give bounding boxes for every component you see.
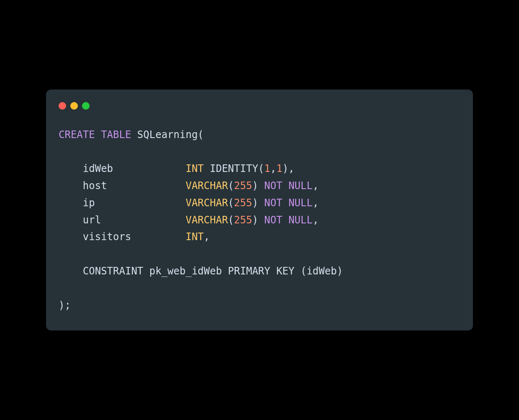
- end-2: ,: [313, 197, 319, 209]
- null-1: NULL: [288, 180, 313, 192]
- pad-2: [95, 197, 186, 209]
- code-block: CREATE TABLE SQLearning( idWeb INT IDENT…: [59, 126, 460, 314]
- open-2: (: [228, 197, 234, 209]
- col-type-3: VARCHAR: [185, 214, 228, 226]
- open-3: (: [228, 214, 234, 226]
- maximize-dot-icon: [82, 102, 90, 110]
- null-2: NULL: [288, 197, 313, 209]
- close-2: ): [252, 197, 264, 209]
- pad-3: [101, 214, 185, 226]
- num-1b: 1: [276, 163, 282, 174]
- col-name-1: host: [83, 180, 107, 192]
- identity-text: IDENTITY(: [204, 163, 265, 174]
- closing: );: [59, 300, 71, 311]
- pad-1: [107, 180, 186, 192]
- close-1: ): [252, 180, 264, 192]
- col-name-0: idWeb: [83, 163, 113, 174]
- close-0: ),: [283, 163, 295, 174]
- num-1a: 1: [264, 163, 270, 174]
- col-name-4: visitors: [83, 231, 131, 243]
- keyword-table: TABLE: [101, 129, 131, 141]
- pad-4: [131, 231, 185, 243]
- col-type-1: VARCHAR: [185, 180, 228, 192]
- table-name: SQLearning(: [137, 129, 204, 141]
- num-2: 255: [234, 197, 252, 209]
- comma-0: ,: [270, 163, 276, 174]
- pad-0: [113, 163, 185, 174]
- col-name-3: url: [83, 214, 101, 226]
- col-type-0: INT: [185, 163, 203, 174]
- not-1: NOT: [264, 180, 282, 192]
- num-1: 255: [234, 180, 252, 192]
- keyword-create: CREATE: [59, 129, 95, 141]
- code-window: CREATE TABLE SQLearning( idWeb INT IDENT…: [46, 90, 473, 331]
- end-1: ,: [313, 180, 319, 192]
- end-4: ,: [204, 231, 210, 243]
- not-2: NOT: [264, 197, 282, 209]
- close-3: ): [252, 214, 264, 226]
- null-3: NULL: [288, 214, 313, 226]
- col-name-2: ip: [83, 197, 95, 209]
- minimize-dot-icon: [70, 102, 78, 110]
- col-type-2: VARCHAR: [185, 197, 228, 209]
- end-3: ,: [313, 214, 319, 226]
- traffic-lights: [59, 102, 460, 110]
- not-3: NOT: [264, 214, 282, 226]
- open-1: (: [228, 180, 234, 192]
- num-3: 255: [234, 214, 252, 226]
- close-dot-icon: [59, 102, 66, 110]
- constraint-line: CONSTRAINT pk_web_idWeb PRIMARY KEY (idW…: [59, 265, 343, 277]
- col-type-4: INT: [185, 231, 203, 243]
